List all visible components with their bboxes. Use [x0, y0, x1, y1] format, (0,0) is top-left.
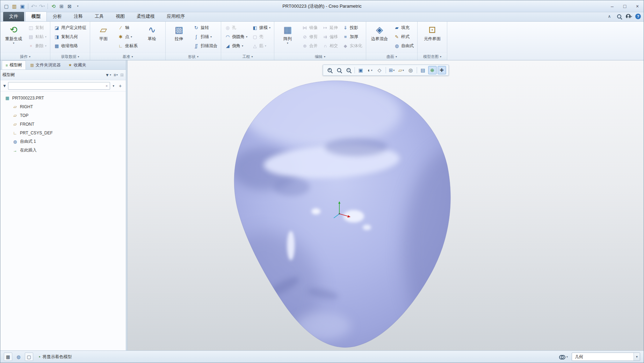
- sweep-button[interactable]: ∫扫描▾: [191, 32, 219, 41]
- pattern-button[interactable]: ▦ 阵列 ▾: [276, 23, 299, 45]
- round-button[interactable]: ◠倒圆角▾: [223, 32, 249, 41]
- selection-filter-combo[interactable]: 几何 ▾: [572, 353, 640, 361]
- selection-filter-dropdown[interactable]: ▾: [634, 353, 640, 361]
- close-button[interactable]: ×: [631, 2, 644, 11]
- tree-columns-button[interactable]: ≡▾: [114, 73, 118, 77]
- folder-icon: ▥: [30, 63, 34, 67]
- zoom-in-button[interactable]: +: [325, 66, 334, 74]
- star-icon: ★: [68, 63, 72, 67]
- csys-icon: ∟: [12, 131, 18, 135]
- tab-model-tree[interactable]: ≡ 模型树: [2, 60, 26, 69]
- browser-toggle-button[interactable]: ◍: [14, 353, 23, 361]
- freestyle-button[interactable]: ◍自由式: [392, 41, 415, 50]
- tab-folder-browser[interactable]: ▥ 文件夹浏览器: [27, 61, 64, 69]
- tab-applications[interactable]: 应用程序: [161, 12, 191, 21]
- tree-item-freestyle[interactable]: ◍ 自由式 1: [0, 137, 126, 146]
- clear-search-icon[interactable]: ×: [105, 84, 108, 88]
- command-search-button[interactable]: [616, 13, 623, 20]
- annotation-display-button[interactable]: ◎: [406, 66, 415, 74]
- axis-button[interactable]: ∕轴: [116, 23, 139, 32]
- group-label-datum[interactable]: 基准▾: [90, 53, 165, 60]
- account-button[interactable]: ▾: [625, 13, 632, 20]
- project-button[interactable]: ⇓投影: [341, 23, 364, 32]
- regenerate-dropdown[interactable]: ▾: [13, 42, 14, 45]
- tree-item-csys[interactable]: ∟ PRT_CSYS_DEF: [0, 128, 126, 137]
- full-screen-button[interactable]: ▢: [25, 353, 33, 361]
- extrude-button[interactable]: ▧ 拉伸: [167, 23, 190, 42]
- refit-button[interactable]: [335, 66, 343, 74]
- help-button[interactable]: ?: [635, 14, 641, 19]
- sketch-button[interactable]: ∿ 草绘: [140, 23, 164, 42]
- group-label-model-intent[interactable]: 模型意图▾: [418, 53, 447, 60]
- tab-flexible-modeling[interactable]: 柔性建模: [131, 12, 161, 21]
- tab-favorites[interactable]: ★ 收藏夹: [65, 61, 90, 69]
- shrinkwrap-button[interactable]: ▩收缩包络: [52, 41, 88, 50]
- pattern-dropdown[interactable]: ▾: [287, 42, 288, 45]
- new-file-button[interactable]: ▢: [2, 2, 10, 10]
- display-style-button[interactable]: ◐▾: [366, 66, 374, 74]
- close-window-button[interactable]: ⊠: [66, 2, 73, 10]
- udf-button[interactable]: ◪用户定义特征: [52, 23, 88, 32]
- tab-view[interactable]: 视图: [110, 12, 131, 21]
- collapse-ribbon-button[interactable]: ∧: [606, 13, 613, 20]
- dragger-button[interactable]: ✚: [437, 66, 446, 74]
- tab-file[interactable]: 文件: [3, 12, 24, 21]
- component-interface-button[interactable]: ⊡ 元件界面: [419, 23, 445, 42]
- tab-tools[interactable]: 工具: [89, 12, 110, 21]
- thicken-button[interactable]: ≡加厚: [341, 32, 364, 41]
- swept-blend-button[interactable]: ∬扫描混合: [191, 41, 219, 50]
- perspective-button[interactable]: ◇: [375, 66, 384, 74]
- tree-filters-button[interactable]: ▼▾: [105, 73, 111, 77]
- tree-item-top[interactable]: ▱ TOP: [0, 111, 126, 120]
- tree-item-part[interactable]: ▦ PRT000223.PRT: [0, 94, 126, 102]
- fill-button[interactable]: ▰填充: [392, 23, 415, 32]
- tree-search-box[interactable]: ×: [8, 82, 110, 90]
- chamfer-button[interactable]: ◢倒角▾: [223, 41, 249, 50]
- datum-plane-icon: ▱: [12, 113, 18, 118]
- repaint-button[interactable]: ▣: [356, 66, 365, 74]
- view-manager-button[interactable]: ▤: [419, 66, 427, 74]
- tab-model[interactable]: 模型: [25, 12, 47, 21]
- revolve-button[interactable]: ↻旋转: [191, 23, 219, 32]
- add-filter-button[interactable]: +: [117, 82, 124, 89]
- tree-search-input[interactable]: [10, 83, 105, 88]
- component-interface-icon: ⊡: [428, 24, 436, 36]
- tree-toggle-button[interactable]: ▦: [4, 353, 12, 361]
- saved-orientations-button[interactable]: ⊞▾: [388, 66, 396, 74]
- graphics-area[interactable]: + − ▣ ◐▾ ◇ ⊞▾ ▱▾ ◎ ▤ ⊕ ✚: [128, 60, 644, 350]
- open-button[interactable]: ▥: [10, 2, 18, 10]
- regenerate-quick-button[interactable]: ⟲: [50, 2, 57, 10]
- datum-display-button[interactable]: ▱▾: [397, 66, 405, 74]
- tree-item-front[interactable]: ▱ FRONT: [0, 120, 126, 128]
- group-label-engineering[interactable]: 工程▾: [221, 53, 274, 60]
- tree-item-insert-here[interactable]: → 在此插入: [0, 146, 126, 155]
- regenerate-button[interactable]: ⟲ 重新生成 ▾: [2, 23, 25, 45]
- zoom-out-button[interactable]: −: [344, 66, 353, 74]
- maximize-button[interactable]: □: [618, 2, 631, 11]
- point-button[interactable]: ✱点▾: [116, 32, 139, 41]
- group-label-editing[interactable]: 编辑▾: [274, 53, 366, 60]
- extrude-icon: ▧: [175, 24, 183, 36]
- tree-item-right[interactable]: ▱ RIGHT: [0, 102, 126, 111]
- customize-quick-access-button[interactable]: ▾: [74, 2, 81, 10]
- group-label-get-data[interactable]: 获取数据▾: [50, 53, 90, 60]
- boundary-blend-button[interactable]: ◈ 边界混合: [368, 23, 391, 42]
- group-label-shapes[interactable]: 形状▾: [166, 53, 221, 60]
- window-switch-button[interactable]: ⊞: [58, 2, 65, 10]
- spin-center-button[interactable]: ⊕: [428, 66, 436, 74]
- search-options-dropdown[interactable]: ▾: [111, 84, 115, 88]
- plane-button[interactable]: ▱ 平面: [92, 23, 115, 42]
- group-label-operations[interactable]: 操作▾: [0, 53, 50, 60]
- tab-annotate[interactable]: 注释: [68, 12, 89, 21]
- minimize-button[interactable]: –: [606, 2, 618, 11]
- copy-geometry-button[interactable]: ◨复制几何: [52, 32, 88, 41]
- draft-button[interactable]: ◧拔模▾: [250, 23, 272, 32]
- sweep-icon: ∫: [193, 34, 199, 39]
- find-button[interactable]: ▾: [557, 354, 570, 360]
- csys-button[interactable]: ∟坐标系: [116, 41, 139, 50]
- regenerate-icon: ⟲: [10, 24, 17, 36]
- style-button[interactable]: ✎样式: [392, 32, 415, 41]
- group-label-surfaces[interactable]: 曲面▾: [366, 53, 417, 60]
- save-button[interactable]: ▣: [19, 2, 26, 10]
- tab-analysis[interactable]: 分析: [47, 12, 68, 21]
